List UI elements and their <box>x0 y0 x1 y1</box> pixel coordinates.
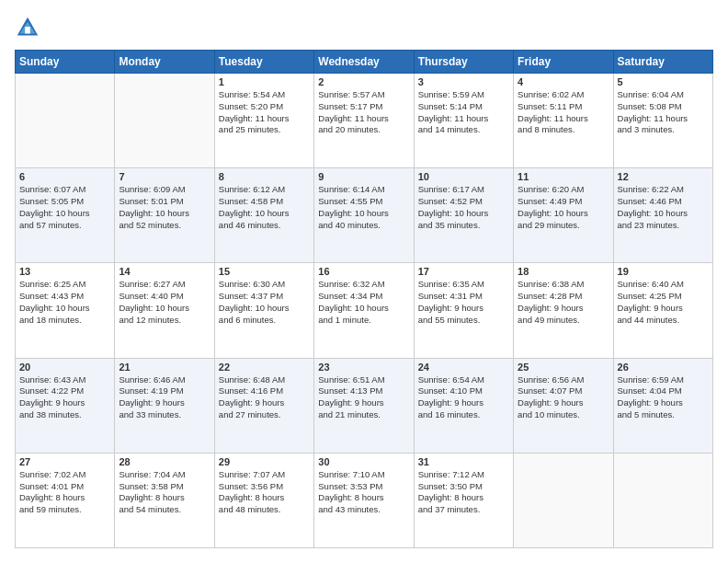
day-header: Sunday <box>16 51 115 74</box>
day-info: Sunrise: 6:59 AM Sunset: 4:04 PM Dayligh… <box>618 374 684 419</box>
day-number: 4 <box>518 76 609 87</box>
day-number: 15 <box>219 266 310 277</box>
day-info: Sunrise: 6:25 AM Sunset: 4:43 PM Dayligh… <box>19 279 90 324</box>
day-info: Sunrise: 6:32 AM Sunset: 4:34 PM Dayligh… <box>318 279 389 324</box>
day-cell: 9Sunrise: 6:14 AM Sunset: 4:55 PM Daylig… <box>314 168 414 263</box>
week-row: 1Sunrise: 5:54 AM Sunset: 5:20 PM Daylig… <box>16 74 713 168</box>
day-info: Sunrise: 5:57 AM Sunset: 5:17 PM Dayligh… <box>318 89 389 134</box>
day-number: 16 <box>318 266 409 277</box>
day-header: Wednesday <box>314 51 414 74</box>
day-cell: 6Sunrise: 6:07 AM Sunset: 5:05 PM Daylig… <box>16 168 115 263</box>
day-info: Sunrise: 6:56 AM Sunset: 4:07 PM Dayligh… <box>518 374 584 419</box>
day-cell: 4Sunrise: 6:02 AM Sunset: 5:11 PM Daylig… <box>514 74 613 168</box>
day-number: 22 <box>219 362 310 373</box>
day-info: Sunrise: 6:20 AM Sunset: 4:49 PM Dayligh… <box>518 184 588 229</box>
header <box>15 15 713 40</box>
day-cell: 14Sunrise: 6:27 AM Sunset: 4:40 PM Dayli… <box>115 263 214 358</box>
day-cell: 28Sunrise: 7:04 AM Sunset: 3:58 PM Dayli… <box>115 453 214 547</box>
day-cell: 1Sunrise: 5:54 AM Sunset: 5:20 PM Daylig… <box>214 74 313 168</box>
day-info: Sunrise: 6:09 AM Sunset: 5:01 PM Dayligh… <box>119 184 189 229</box>
week-row: 27Sunrise: 7:02 AM Sunset: 4:01 PM Dayli… <box>16 453 713 547</box>
day-info: Sunrise: 7:12 AM Sunset: 3:50 PM Dayligh… <box>418 469 484 514</box>
day-cell: 31Sunrise: 7:12 AM Sunset: 3:50 PM Dayli… <box>414 453 513 547</box>
day-number: 25 <box>518 362 609 373</box>
day-info: Sunrise: 6:38 AM Sunset: 4:28 PM Dayligh… <box>518 279 584 324</box>
day-cell: 15Sunrise: 6:30 AM Sunset: 4:37 PM Dayli… <box>214 263 313 358</box>
day-info: Sunrise: 7:07 AM Sunset: 3:56 PM Dayligh… <box>219 469 285 514</box>
day-cell: 19Sunrise: 6:40 AM Sunset: 4:25 PM Dayli… <box>613 263 712 358</box>
day-number: 2 <box>318 76 409 87</box>
day-info: Sunrise: 5:59 AM Sunset: 5:14 PM Dayligh… <box>418 89 489 134</box>
day-info: Sunrise: 5:54 AM Sunset: 5:20 PM Dayligh… <box>219 89 290 134</box>
day-cell: 5Sunrise: 6:04 AM Sunset: 5:08 PM Daylig… <box>613 74 712 168</box>
day-info: Sunrise: 6:54 AM Sunset: 4:10 PM Dayligh… <box>418 374 484 419</box>
day-cell: 16Sunrise: 6:32 AM Sunset: 4:34 PM Dayli… <box>314 263 414 358</box>
day-number: 18 <box>518 266 609 277</box>
day-cell: 13Sunrise: 6:25 AM Sunset: 4:43 PM Dayli… <box>16 263 115 358</box>
day-header: Saturday <box>613 51 712 74</box>
day-info: Sunrise: 6:48 AM Sunset: 4:16 PM Dayligh… <box>219 374 285 419</box>
day-info: Sunrise: 6:43 AM Sunset: 4:22 PM Dayligh… <box>19 374 85 419</box>
logo <box>15 15 44 40</box>
header-row: SundayMondayTuesdayWednesdayThursdayFrid… <box>16 51 713 74</box>
week-row: 13Sunrise: 6:25 AM Sunset: 4:43 PM Dayli… <box>16 263 713 358</box>
day-number: 13 <box>19 266 110 277</box>
day-header: Friday <box>514 51 613 74</box>
day-info: Sunrise: 7:02 AM Sunset: 4:01 PM Dayligh… <box>19 469 85 514</box>
day-cell: 12Sunrise: 6:22 AM Sunset: 4:46 PM Dayli… <box>613 168 712 263</box>
day-number: 7 <box>119 171 210 182</box>
day-cell: 10Sunrise: 6:17 AM Sunset: 4:52 PM Dayli… <box>414 168 513 263</box>
day-number: 21 <box>119 362 210 373</box>
day-cell: 7Sunrise: 6:09 AM Sunset: 5:01 PM Daylig… <box>115 168 214 263</box>
page: SundayMondayTuesdayWednesdayThursdayFrid… <box>0 0 728 563</box>
week-row: 6Sunrise: 6:07 AM Sunset: 5:05 PM Daylig… <box>16 168 713 263</box>
day-number: 6 <box>19 171 110 182</box>
day-number: 26 <box>618 362 709 373</box>
day-info: Sunrise: 7:04 AM Sunset: 3:58 PM Dayligh… <box>119 469 185 514</box>
day-cell <box>115 74 214 168</box>
day-number: 5 <box>618 76 709 87</box>
day-info: Sunrise: 6:51 AM Sunset: 4:13 PM Dayligh… <box>318 374 384 419</box>
day-info: Sunrise: 6:35 AM Sunset: 4:31 PM Dayligh… <box>418 279 484 324</box>
day-cell: 27Sunrise: 7:02 AM Sunset: 4:01 PM Dayli… <box>16 453 115 547</box>
day-cell: 17Sunrise: 6:35 AM Sunset: 4:31 PM Dayli… <box>414 263 513 358</box>
day-number: 28 <box>119 456 210 467</box>
day-cell: 23Sunrise: 6:51 AM Sunset: 4:13 PM Dayli… <box>314 358 414 453</box>
day-number: 1 <box>219 76 310 87</box>
day-cell: 3Sunrise: 5:59 AM Sunset: 5:14 PM Daylig… <box>414 74 513 168</box>
day-info: Sunrise: 6:22 AM Sunset: 4:46 PM Dayligh… <box>618 184 688 229</box>
day-info: Sunrise: 6:14 AM Sunset: 4:55 PM Dayligh… <box>318 184 389 229</box>
calendar: SundayMondayTuesdayWednesdayThursdayFrid… <box>15 50 713 548</box>
day-cell: 25Sunrise: 6:56 AM Sunset: 4:07 PM Dayli… <box>514 358 613 453</box>
day-number: 8 <box>219 171 310 182</box>
day-number: 9 <box>318 171 409 182</box>
day-number: 23 <box>318 362 409 373</box>
day-info: Sunrise: 6:02 AM Sunset: 5:11 PM Dayligh… <box>518 89 588 134</box>
day-info: Sunrise: 6:07 AM Sunset: 5:05 PM Dayligh… <box>19 184 90 229</box>
day-cell: 29Sunrise: 7:07 AM Sunset: 3:56 PM Dayli… <box>214 453 313 547</box>
day-cell: 30Sunrise: 7:10 AM Sunset: 3:53 PM Dayli… <box>314 453 414 547</box>
day-cell: 18Sunrise: 6:38 AM Sunset: 4:28 PM Dayli… <box>514 263 613 358</box>
day-cell: 8Sunrise: 6:12 AM Sunset: 4:58 PM Daylig… <box>214 168 313 263</box>
day-number: 12 <box>618 171 709 182</box>
day-info: Sunrise: 6:04 AM Sunset: 5:08 PM Dayligh… <box>618 89 688 134</box>
svg-rect-2 <box>25 27 30 33</box>
day-cell: 24Sunrise: 6:54 AM Sunset: 4:10 PM Dayli… <box>414 358 513 453</box>
day-number: 14 <box>119 266 210 277</box>
day-number: 24 <box>418 362 509 373</box>
day-info: Sunrise: 6:46 AM Sunset: 4:19 PM Dayligh… <box>119 374 185 419</box>
day-number: 19 <box>618 266 709 277</box>
day-cell: 11Sunrise: 6:20 AM Sunset: 4:49 PM Dayli… <box>514 168 613 263</box>
day-cell: 2Sunrise: 5:57 AM Sunset: 5:17 PM Daylig… <box>314 74 414 168</box>
logo-icon <box>15 15 40 40</box>
day-info: Sunrise: 6:27 AM Sunset: 4:40 PM Dayligh… <box>119 279 189 324</box>
day-number: 10 <box>418 171 509 182</box>
day-info: Sunrise: 6:12 AM Sunset: 4:58 PM Dayligh… <box>219 184 290 229</box>
week-row: 20Sunrise: 6:43 AM Sunset: 4:22 PM Dayli… <box>16 358 713 453</box>
day-number: 3 <box>418 76 509 87</box>
day-cell: 22Sunrise: 6:48 AM Sunset: 4:16 PM Dayli… <box>214 358 313 453</box>
day-number: 30 <box>318 456 409 467</box>
day-info: Sunrise: 6:30 AM Sunset: 4:37 PM Dayligh… <box>219 279 290 324</box>
day-cell: 21Sunrise: 6:46 AM Sunset: 4:19 PM Dayli… <box>115 358 214 453</box>
day-info: Sunrise: 7:10 AM Sunset: 3:53 PM Dayligh… <box>318 469 384 514</box>
